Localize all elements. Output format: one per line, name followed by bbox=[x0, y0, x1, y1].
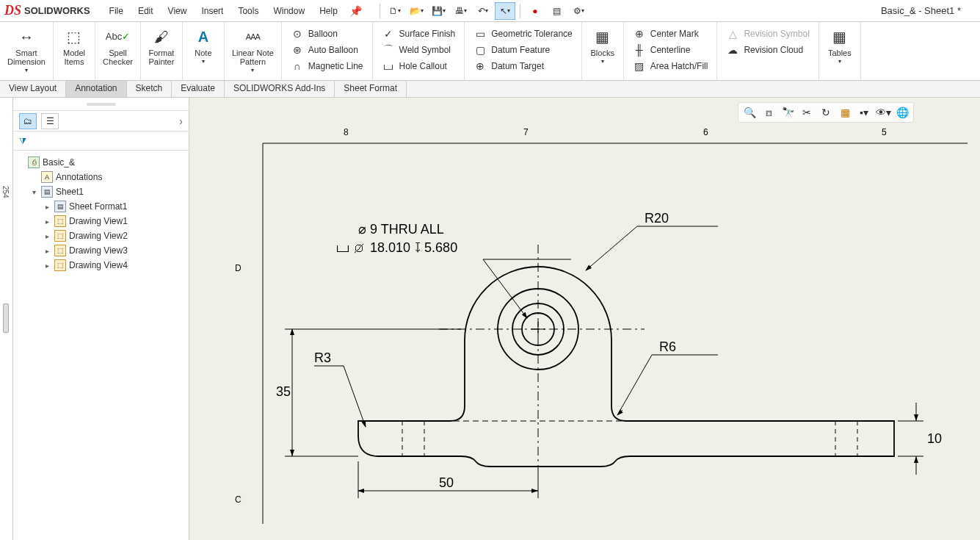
model-items-button[interactable]: ⬚ Model Items bbox=[58, 25, 90, 68]
tree-view4[interactable]: ▸⬚Drawing View4 bbox=[16, 258, 186, 273]
balloon-button[interactable]: ⊙Balloon bbox=[289, 26, 365, 41]
center-mark-button[interactable]: ⊕Center Mark bbox=[631, 26, 710, 41]
r20-label: R20 bbox=[645, 211, 669, 226]
app-logo: DS SOLIDWORKS bbox=[4, 3, 90, 18]
menu-edit[interactable]: Edit bbox=[132, 3, 159, 19]
settings-button[interactable]: ⚙▾ bbox=[569, 2, 589, 20]
zoom-area-icon[interactable]: ⧈ bbox=[761, 104, 777, 120]
sheet-format-icon: ▤ bbox=[54, 201, 66, 212]
tab-sheet-format[interactable]: Sheet Format bbox=[335, 81, 407, 97]
menu-insert[interactable]: Insert bbox=[195, 3, 229, 19]
quick-access-toolbar: 🗋▾ 📂▾ 💾▾ 🖶▾ ↶▾ ↖▾ ● ▤ ⚙▾ bbox=[377, 2, 589, 20]
drawing-doc-icon: ⎙ bbox=[28, 156, 40, 168]
menu-tools[interactable]: Tools bbox=[232, 3, 264, 19]
section-icon[interactable]: ✂ bbox=[799, 104, 815, 120]
revision-cloud-icon: ☁ bbox=[726, 43, 739, 57]
rebuild-button[interactable]: ● bbox=[525, 2, 545, 20]
datum-feature-button[interactable]: ▢Datum Feature bbox=[472, 43, 574, 57]
note-button[interactable]: A Note ▾ bbox=[187, 25, 219, 67]
open-button[interactable]: 📂▾ bbox=[407, 2, 427, 20]
tree-view3[interactable]: ▸⬚Drawing View3 bbox=[16, 243, 186, 258]
tables-button[interactable]: ▦ Tables ▾ bbox=[824, 25, 856, 67]
svg-line-14 bbox=[586, 226, 637, 270]
auto-balloon-button[interactable]: ⊛Auto Balloon bbox=[289, 43, 365, 57]
revision-cloud-button[interactable]: ☁Revision Cloud bbox=[725, 43, 810, 57]
document-title: Basic_& - Sheet1 * bbox=[881, 5, 961, 16]
ruler-left-c: C bbox=[235, 494, 242, 505]
revision-symbol-icon: △ bbox=[726, 27, 739, 40]
select-button[interactable]: ↖▾ bbox=[495, 2, 515, 20]
linear-note-pattern-button[interactable]: AAA Linear Note Pattern ▾ bbox=[229, 25, 277, 76]
zoom-fit-icon[interactable]: 🔍 bbox=[741, 104, 758, 120]
3d-view-icon[interactable]: ▪▾ bbox=[856, 104, 872, 120]
edit-sheet-icon[interactable]: ▦ bbox=[837, 104, 853, 120]
menu-window[interactable]: Window bbox=[267, 3, 311, 19]
view-icon: ⬚ bbox=[54, 230, 66, 242]
hole-callout-button[interactable]: ⌴Hole Callout bbox=[380, 59, 457, 73]
options-button[interactable]: ▤ bbox=[547, 2, 567, 20]
gtol-icon: ▭ bbox=[473, 27, 487, 40]
tree-tab-bar: 🗂 ☰ › bbox=[13, 111, 189, 132]
ruler-top-5: 5 bbox=[882, 127, 887, 137]
new-button[interactable]: 🗋▾ bbox=[385, 2, 405, 20]
smart-dimension-button[interactable]: ↔ Smart Dimension ▾ bbox=[4, 25, 48, 76]
undo-button[interactable]: ↶▾ bbox=[473, 2, 493, 20]
dim-10: 10 bbox=[927, 431, 942, 446]
zoom-prev-icon[interactable]: 🔭 bbox=[780, 104, 796, 120]
print-button[interactable]: 🖶▾ bbox=[451, 2, 471, 20]
svg-line-19 bbox=[344, 366, 366, 427]
tree-sheet-format[interactable]: ▸▤Sheet Format1 bbox=[16, 199, 186, 214]
tree-sheet[interactable]: ▾▤Sheet1 bbox=[16, 184, 186, 199]
magnetic-line-button[interactable]: ∩Magnetic Line bbox=[289, 59, 365, 73]
tree-root[interactable]: ⎙Basic_& bbox=[16, 155, 186, 170]
tree-expand-button[interactable]: › bbox=[179, 115, 183, 127]
weld-symbol-button[interactable]: ⌒Weld Symbol bbox=[380, 43, 457, 57]
flyout-handle[interactable] bbox=[3, 303, 9, 333]
tree-view1[interactable]: ▸⬚Drawing View1 bbox=[16, 214, 186, 228]
revision-symbol-button[interactable]: △Revision Symbol bbox=[725, 26, 810, 41]
format-painter-button[interactable]: 🖌 Format Painter bbox=[145, 25, 178, 68]
tab-annotation[interactable]: Annotation bbox=[66, 81, 126, 97]
pin-icon[interactable]: 📌 bbox=[349, 5, 362, 17]
geometric-tolerance-button[interactable]: ▭Geometric Tolerance bbox=[472, 26, 574, 41]
blocks-button[interactable]: ▦ Blocks ▾ bbox=[587, 25, 619, 67]
tree-drag-handle[interactable] bbox=[13, 98, 189, 111]
tree-tab-property[interactable]: ☰ bbox=[41, 113, 59, 129]
weld-icon: ⌒ bbox=[382, 43, 395, 57]
tab-sketch[interactable]: Sketch bbox=[127, 81, 173, 97]
dimension-icon: ↔ bbox=[19, 26, 34, 47]
tree-view2[interactable]: ▸⬚Drawing View2 bbox=[16, 228, 186, 243]
tab-addins[interactable]: SOLIDWORKS Add-Ins bbox=[225, 81, 335, 97]
area-hatch-button[interactable]: ▨Area Hatch/Fill bbox=[631, 59, 710, 73]
format-painter-icon: 🖌 bbox=[154, 26, 169, 47]
menu-file[interactable]: File bbox=[104, 3, 129, 19]
menu-bar: DS SOLIDWORKS File Edit View Insert Tool… bbox=[0, 0, 980, 22]
datum-target-button[interactable]: ⊕Datum Target bbox=[472, 59, 574, 73]
tab-evaluate[interactable]: Evaluate bbox=[172, 81, 225, 97]
tab-view-layout[interactable]: View Layout bbox=[0, 81, 66, 97]
menu-help[interactable]: Help bbox=[313, 3, 344, 19]
save-button[interactable]: 💾▾ bbox=[429, 2, 449, 20]
ribbon: ↔ Smart Dimension ▾ ⬚ Model Items Abc✓ S… bbox=[0, 22, 980, 81]
tables-icon: ▦ bbox=[832, 26, 846, 47]
centerline-button[interactable]: ╫Centerline bbox=[631, 43, 710, 57]
dim-35: 35 bbox=[276, 384, 291, 399]
heads-up-toolbar: 🔍 ⧈ 🔭 ✂ ↻ ▦ ▪▾ 👁▾ 🌐 bbox=[738, 102, 914, 123]
feature-tree-panel: 🗂 ☰ › ⧩ ⎙Basic_& AAnnotations ▾▤Sheet1 ▸… bbox=[13, 98, 189, 540]
menu-view[interactable]: View bbox=[162, 3, 193, 19]
feature-tree: ⎙Basic_& AAnnotations ▾▤Sheet1 ▸▤Sheet F… bbox=[13, 151, 189, 277]
drawing-canvas[interactable]: 🔍 ⧈ 🔭 ✂ ↻ ▦ ▪▾ 👁▾ 🌐 8 7 6 5 D C bbox=[189, 98, 980, 540]
filter-icon[interactable]: ⧩ bbox=[19, 136, 26, 146]
tree-annotations[interactable]: AAnnotations bbox=[16, 170, 186, 184]
r3-label: R3 bbox=[314, 350, 331, 365]
surface-finish-button[interactable]: ✓Surface Finish bbox=[380, 26, 457, 41]
datum-icon: ▢ bbox=[473, 43, 487, 57]
display-mode-icon[interactable]: ↻ bbox=[818, 104, 834, 120]
tree-tab-feature[interactable]: 🗂 bbox=[19, 113, 37, 129]
world-icon[interactable]: 🌐 bbox=[894, 104, 910, 120]
hide-show-icon[interactable]: 👁▾ bbox=[875, 104, 891, 120]
linear-pattern-icon: AAA bbox=[246, 26, 260, 47]
ruler-top-8: 8 bbox=[344, 127, 349, 137]
r6-label: R6 bbox=[659, 339, 676, 354]
spell-checker-button[interactable]: Abc✓ Spell Checker bbox=[100, 25, 136, 68]
